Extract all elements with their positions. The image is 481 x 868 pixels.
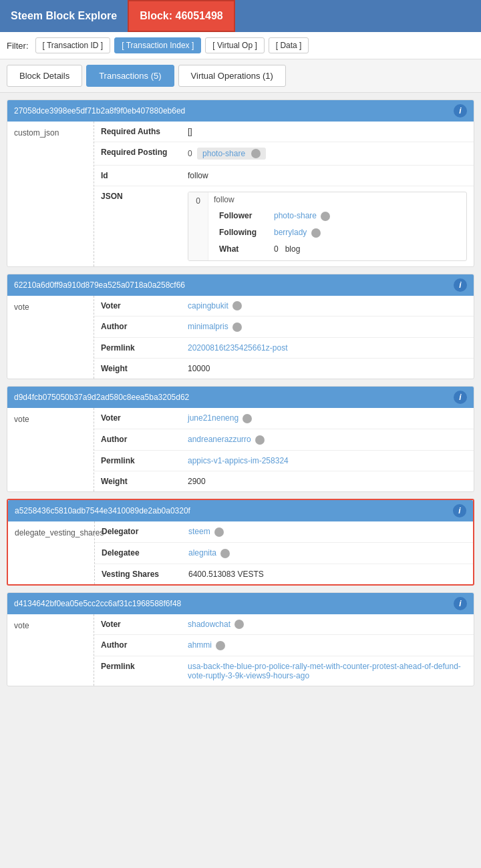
tab-block-details[interactable]: Block Details [7, 65, 82, 87]
tx1-details: Required Auths [] Required Posting 0 pho… [94, 122, 474, 266]
transaction-4: a5258436c5810adb7544e3410089de2ab0a0320f… [7, 499, 474, 586]
tx4-delegator-row: Delegator steem [95, 521, 473, 543]
following-value[interactable]: berrylady [270, 225, 460, 240]
tx3-weight-value: 2900 [181, 471, 474, 491]
tx2-hash: 62210a6d0ff9a910d879ea525a0718a0a258cf66 [14, 280, 185, 290]
tx4-info-icon[interactable]: i [453, 504, 466, 517]
tx3-header: d9d4fcb075050b37a9d2ad580c8eea5ba3205d62… [7, 387, 474, 408]
tx1-json-entry-0: 0 follow Follower photo-share Foll [188, 192, 466, 260]
tx1-json-index-0: 0 [188, 192, 208, 260]
tx2-voter-link[interactable]: capingbukit [188, 301, 228, 310]
tx3-voter-value: june21neneng [181, 408, 474, 429]
tx4-hash: a5258436c5810adb7544e3410089de2ab0a0320f [15, 506, 190, 515]
tx1-json-row: JSON 0 follow Follower photo-share [94, 186, 474, 266]
what-value: 0 blog [270, 242, 460, 256]
filter-transaction-index[interactable]: [ Transaction Index ] [114, 37, 201, 53]
tx1-required-posting-row: Required Posting 0 photo-share [94, 142, 474, 166]
site-title: Steem Block Explore [0, 0, 128, 32]
tx3-voter-row: Voter june21neneng [94, 408, 474, 429]
tx1-required-auths-label: Required Auths [94, 122, 181, 142]
tx1-posting-user: photo-share [197, 148, 266, 160]
tx5-permlink-link[interactable]: usa-back-the-blue-pro-police-rally-met-w… [188, 662, 461, 680]
tx3-hash: d9d4fcb075050b37a9d2ad580c8eea5ba3205d62 [14, 393, 189, 402]
transaction-5: d4134642bf0ea05e5cc2cc6af31c1968588f6f48… [7, 592, 474, 687]
tx1-info-icon[interactable]: i [454, 104, 467, 118]
tx2-permlink-label: Permlink [94, 338, 181, 358]
tx3-info-icon[interactable]: i [454, 391, 467, 404]
table-row: What 0 blog [215, 242, 460, 256]
filter-virtual-op[interactable]: [ Virtual Op ] [205, 37, 264, 53]
tx4-header: a5258436c5810adb7544e3410089de2ab0a0320f… [8, 500, 473, 521]
tx1-posting-username[interactable]: photo-share [202, 149, 245, 158]
tx5-info-icon[interactable]: i [454, 597, 467, 610]
tab-transactions[interactable]: Transactions (5) [86, 65, 174, 87]
tx4-body: delegate_vesting_shares Delegator steem … [8, 521, 473, 584]
tx4-delegator-link[interactable]: steem [188, 527, 210, 536]
tx1-json-type: follow [214, 195, 461, 204]
tx2-permlink-link[interactable]: 20200816t235425661z-post [188, 343, 287, 353]
tx4-delegator-icon [214, 527, 224, 537]
tx3-voter-icon [243, 414, 252, 423]
filter-label: Filter: [7, 41, 29, 51]
tx3-weight-label: Weight [94, 471, 181, 491]
tx1-hash: 27058dce3998ee5df71b2a8f9f0eb407880eb6ed [14, 106, 185, 116]
tx4-vesting-row: Vesting Shares 6400.513083 VESTS [95, 564, 473, 584]
tx1-json-inner-table: Follower photo-share Following berrylady… [214, 207, 461, 258]
tx3-author-label: Author [94, 429, 181, 449]
tx2-info-icon[interactable]: i [454, 278, 467, 292]
tx5-header: d4134642bf0ea05e5cc2cc6af31c1968588f6f48… [7, 593, 474, 614]
tx2-weight-label: Weight [94, 359, 181, 379]
tx4-delegatee-label: Delegatee [95, 543, 182, 563]
table-row: Follower photo-share [215, 208, 460, 224]
tx4-delegatee-value: alegnita [182, 543, 473, 564]
table-row: Following berrylady [215, 225, 460, 240]
tx3-body: vote Voter june21neneng Author andreaner… [7, 408, 474, 491]
header: Steem Block Explore Block: 46051498 [0, 0, 481, 32]
tx4-op-type: delegate_vesting_shares [8, 521, 95, 584]
tx5-author-row: Author ahmmi [94, 635, 474, 656]
tx3-author-link[interactable]: andreanerazzurro [188, 435, 251, 444]
tx5-voter-icon [234, 620, 244, 629]
tx5-author-value: ahmmi [181, 635, 474, 656]
tx1-body: custom_json Required Auths [] Required P… [7, 122, 474, 266]
tx2-voter-label: Voter [94, 296, 181, 316]
tx1-posting-user-icon [251, 149, 261, 158]
follower-value[interactable]: photo-share [270, 208, 460, 224]
tx5-voter-link[interactable]: shadowchat [188, 620, 230, 629]
tx2-author-label: Author [94, 316, 181, 337]
tx5-permlink-value: usa-back-the-blue-pro-police-rally-met-w… [181, 656, 474, 686]
tx1-op-type: custom_json [7, 122, 94, 266]
tx4-delegator-label: Delegator [95, 521, 182, 541]
what-label: What [215, 242, 269, 256]
tx2-author-link[interactable]: minimalpris [188, 322, 228, 331]
tx4-delegatee-icon [220, 549, 230, 558]
tx2-author-icon [232, 322, 242, 332]
tx3-permlink-link[interactable]: appics-v1-appics-im-258324 [188, 456, 289, 465]
tab-virtual-operations[interactable]: Virtual Operations (1) [178, 65, 286, 87]
filter-transaction-id[interactable]: [ Transaction ID ] [35, 37, 111, 53]
following-label: Following [215, 225, 269, 240]
tx2-author-value: minimalpris [181, 316, 474, 337]
tx1-json-label: JSON [94, 186, 181, 206]
tx2-details: Voter capingbukit Author minimalpris Per… [94, 296, 474, 379]
tx5-hash: d4134642bf0ea05e5cc2cc6af31c1968588f6f48 [14, 599, 181, 608]
tx2-body: vote Voter capingbukit Author minimalpri… [7, 296, 474, 379]
tx4-vesting-label: Vesting Shares [95, 564, 182, 584]
tx1-required-auths-row: Required Auths [] [94, 122, 474, 142]
tx5-op-type: vote [7, 614, 94, 686]
tx3-voter-link[interactable]: june21neneng [188, 413, 238, 423]
tx5-author-link[interactable]: ahmmi [188, 640, 212, 650]
tx2-op-type: vote [7, 296, 94, 379]
tx1-json-value: 0 follow Follower photo-share Foll [181, 186, 474, 266]
tx4-delegatee-link[interactable]: alegnita [188, 548, 216, 558]
tx5-voter-row: Voter shadowchat [94, 614, 474, 636]
transaction-2: 62210a6d0ff9a910d879ea525a0718a0a258cf66… [7, 274, 474, 380]
tx3-weight-row: Weight 2900 [94, 471, 474, 491]
tx4-delegatee-row: Delegatee alegnita [95, 543, 473, 564]
tx2-voter-row: Voter capingbukit [94, 296, 474, 317]
tx3-permlink-label: Permlink [94, 451, 181, 471]
tx2-permlink-row: Permlink 20200816t235425661z-post [94, 338, 474, 359]
filter-data[interactable]: [ Data ] [269, 37, 309, 53]
tx1-posting-index: 0 [188, 149, 192, 158]
tx2-permlink-value: 20200816t235425661z-post [181, 338, 474, 358]
